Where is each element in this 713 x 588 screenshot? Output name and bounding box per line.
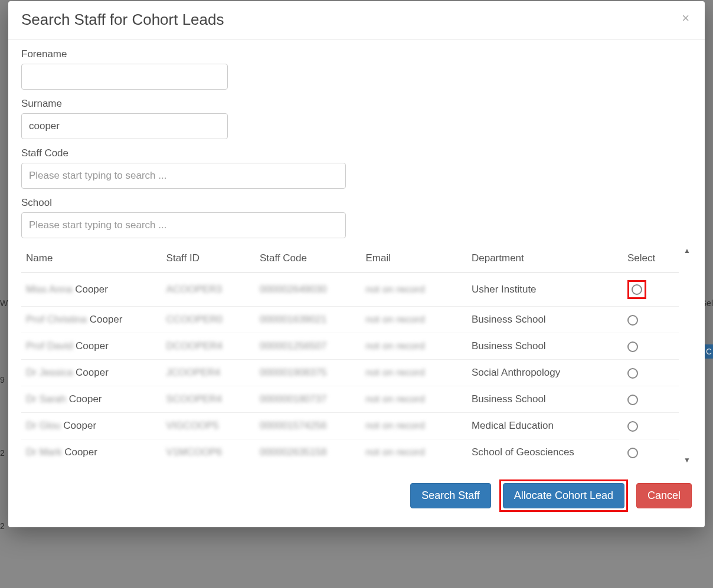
search-staff-modal: Search Staff for Cohort Leads × Forename…: [8, 1, 705, 527]
table-row: Prof Christina CooperCCOOPER000000163902…: [21, 307, 679, 333]
cell-email: not on record: [361, 333, 467, 360]
staff-code-hidden: 000001256507: [260, 340, 326, 352]
staff-id-hidden: DCOOPER4: [166, 340, 223, 352]
school-label: School: [21, 197, 692, 209]
staff-id-hidden: VIGCOOP5: [166, 420, 219, 431]
staff-code-hidden: 000002649030: [260, 284, 326, 295]
name-hidden: Prof Christina: [26, 314, 90, 325]
select-highlight: [627, 280, 646, 299]
allocate-cohort-lead-button[interactable]: Allocate Cohort Lead: [503, 483, 624, 508]
name-visible: Cooper: [76, 340, 109, 352]
cell-staff-code: 000001256507: [255, 333, 361, 360]
table-row: Dr Mark CooperV1MCOOP6000002635158not on…: [21, 439, 679, 466]
cell-name: Prof Christina Cooper: [21, 307, 162, 333]
forename-input[interactable]: [21, 64, 228, 90]
select-radio[interactable]: [632, 284, 642, 295]
staff-code-input[interactable]: [21, 163, 346, 189]
staff-id-hidden: CCOOPER0: [166, 314, 223, 325]
col-name: Name: [21, 247, 162, 273]
cell-name: Dr Glou Cooper: [21, 413, 162, 439]
select-radio[interactable]: [627, 341, 638, 352]
staff-id-hidden: JCOOPER4: [166, 367, 221, 378]
cell-email: not on record: [361, 360, 467, 386]
table-row: Dr Jessica CooperJCOOPER4000001908375not…: [21, 360, 679, 386]
cell-email: not on record: [361, 413, 467, 439]
allocate-highlight: Allocate Cohort Lead: [499, 479, 628, 512]
school-input[interactable]: [21, 212, 346, 238]
modal-footer: Search Staff Allocate Cohort Lead Cancel: [8, 469, 705, 527]
close-icon[interactable]: ×: [679, 11, 692, 26]
cell-staff-id: SCOOPER4: [162, 386, 255, 413]
modal-header: Search Staff for Cohort Leads ×: [8, 1, 705, 40]
select-radio[interactable]: [627, 421, 638, 432]
cell-staff-code: 000002635158: [255, 439, 361, 466]
cell-staff-id: VIGCOOP5: [162, 413, 255, 439]
cancel-button[interactable]: Cancel: [636, 483, 692, 508]
results-table: Name Staff ID Staff Code Email Departmen…: [21, 247, 679, 465]
results-header-row: Name Staff ID Staff Code Email Departmen…: [21, 247, 679, 273]
col-department: Department: [467, 247, 623, 273]
cell-select: [623, 413, 679, 439]
cell-department: Business School: [467, 333, 623, 360]
name-visible: Cooper: [76, 367, 109, 378]
staff-code-hidden: 000001908375: [260, 367, 326, 378]
email-hidden: not on record: [365, 340, 424, 352]
cell-name: Dr Sarah Cooper: [21, 386, 162, 413]
select-radio[interactable]: [627, 395, 638, 405]
table-row: Miss Anna CooperACOOPER3000002649030not …: [21, 273, 679, 307]
staff-id-hidden: ACOOPER3: [166, 284, 222, 295]
cell-name: Dr Mark Cooper: [21, 439, 162, 466]
staff-code-group: Staff Code: [21, 147, 692, 189]
results-area: ▲ Name Staff ID Staff Code Email Departm…: [21, 247, 692, 465]
name-hidden: Miss Anna: [26, 284, 75, 295]
staff-id-hidden: V1MCOOP6: [166, 446, 222, 458]
table-row: Dr Sarah CooperSCOOPER4000000180737not o…: [21, 386, 679, 413]
col-email: Email: [361, 247, 467, 273]
name-visible: Cooper: [90, 314, 123, 325]
cell-name: Prof David Cooper: [21, 333, 162, 360]
forename-group: Forename: [21, 48, 692, 90]
email-hidden: not on record: [365, 314, 424, 325]
name-visible: Cooper: [64, 446, 97, 458]
cell-staff-code: 000001639021: [255, 307, 361, 333]
modal-body: Forename Surname Staff Code School ▲: [8, 40, 705, 469]
email-hidden: not on record: [365, 367, 424, 378]
cell-select: [623, 386, 679, 413]
col-select: Select: [623, 247, 679, 273]
cell-select: [623, 439, 679, 466]
cell-name: Miss Anna Cooper: [21, 273, 162, 307]
cell-department: Usher Institute: [467, 273, 623, 307]
name-hidden: Prof David: [26, 340, 76, 352]
scroll-up-icon[interactable]: ▲: [683, 247, 691, 255]
surname-group: Surname: [21, 98, 692, 139]
staff-code-hidden: 000002635158: [260, 446, 326, 458]
staff-code-label: Staff Code: [21, 147, 692, 159]
email-hidden: not on record: [365, 284, 424, 295]
email-hidden: not on record: [365, 393, 424, 405]
select-radio[interactable]: [627, 368, 638, 379]
table-row: Prof David CooperDCOOPER4000001256507not…: [21, 333, 679, 360]
cell-staff-id: CCOOPER0: [162, 307, 255, 333]
cell-department: School of Geosciences: [467, 439, 623, 466]
name-hidden: Dr Mark: [26, 446, 64, 458]
cell-select: [623, 307, 679, 333]
cell-email: not on record: [361, 307, 467, 333]
table-row: Dr Glou CooperVIGCOOP5000001574256not on…: [21, 413, 679, 439]
cell-staff-id: ACOOPER3: [162, 273, 255, 307]
scroll-down-icon[interactable]: ▼: [683, 456, 691, 464]
cell-select: [623, 333, 679, 360]
select-radio[interactable]: [627, 448, 638, 458]
cell-department: Business School: [467, 307, 623, 333]
cell-email: not on record: [361, 439, 467, 466]
modal-backdrop: Search Staff for Cohort Leads × Forename…: [0, 0, 713, 588]
name-visible: Cooper: [69, 393, 102, 405]
search-staff-button[interactable]: Search Staff: [410, 483, 491, 508]
staff-id-hidden: SCOOPER4: [166, 393, 222, 405]
cell-select: [623, 360, 679, 386]
cell-staff-code: 000002649030: [255, 273, 361, 307]
select-radio[interactable]: [627, 315, 638, 326]
cell-email: not on record: [361, 386, 467, 413]
cell-staff-code: 000001574256: [255, 413, 361, 439]
cell-department: Business School: [467, 386, 623, 413]
surname-input[interactable]: [21, 113, 228, 139]
